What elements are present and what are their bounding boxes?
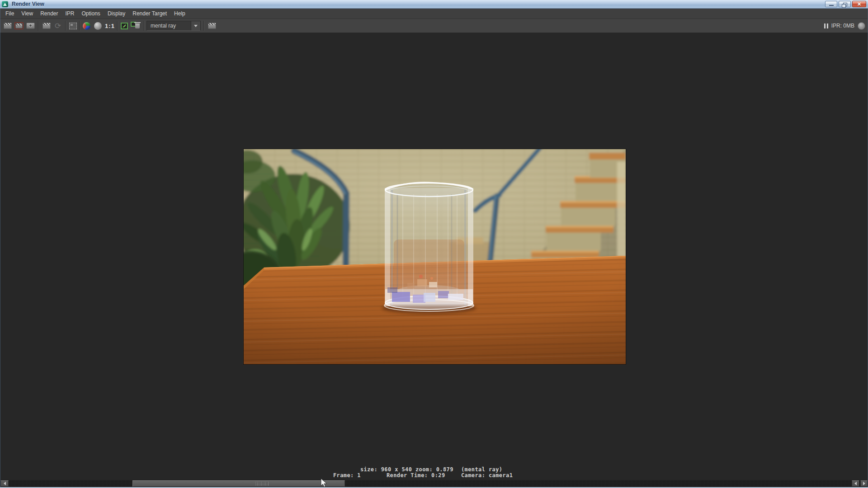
- one-to-one-label: 1:1: [105, 23, 115, 29]
- display-rgb-channels-button[interactable]: [81, 21, 91, 31]
- toolbar-separator: [203, 21, 204, 31]
- menu-options[interactable]: Options: [78, 9, 104, 19]
- minimize-icon: [829, 5, 834, 6]
- trash-icon: [135, 23, 140, 28]
- remove-image-button[interactable]: [130, 21, 142, 31]
- window-controls: ✕: [825, 1, 866, 7]
- arrow-right-icon: [863, 482, 865, 485]
- menu-render-target[interactable]: Render Target: [129, 9, 170, 19]
- menu-display[interactable]: Display: [104, 9, 129, 19]
- render-settings-icon: [208, 23, 216, 29]
- pause-ipr-icon[interactable]: [824, 23, 828, 28]
- scrollbar-grip: [256, 482, 269, 486]
- rgb-sphere-icon: [83, 22, 90, 30]
- maya-app-icon: [2, 1, 8, 7]
- close-button[interactable]: ✕: [852, 1, 866, 7]
- snapshot-button[interactable]: [25, 21, 35, 31]
- arrow-left-icon: [854, 482, 857, 485]
- titlebar: Render View ✕: [0, 0, 868, 9]
- region-render-button[interactable]: [68, 21, 78, 31]
- menu-ipr[interactable]: IPR: [62, 9, 78, 19]
- camera-icon: [26, 23, 35, 29]
- redo-previous-render-button[interactable]: [14, 21, 24, 31]
- render-clapper-icon: [4, 23, 12, 29]
- scrollbar-thumb[interactable]: [132, 480, 345, 487]
- horizontal-scrollbar: [0, 480, 868, 487]
- menu-file[interactable]: File: [2, 9, 18, 19]
- render-view-window: Render View ✕ File View Render IPR Optio…: [0, 0, 868, 488]
- remove-image-icon: [131, 22, 142, 30]
- menu-view[interactable]: View: [18, 9, 37, 19]
- menu-render[interactable]: Render: [37, 9, 61, 19]
- status-frame: Frame: 1: [333, 472, 361, 479]
- ipr-status-group: IPR: 0MB: [824, 21, 865, 31]
- ipr-indicator-icon: [858, 22, 865, 30]
- close-icon: ✕: [853, 1, 866, 7]
- menu-bar: File View Render IPR Options Display Ren…: [0, 9, 868, 19]
- restore-button[interactable]: [839, 1, 851, 7]
- restore-icon: [843, 3, 847, 6]
- keep-image-button[interactable]: [119, 21, 129, 31]
- toolbar: ⟳ 1:1 mental ray IPR: 0MB: [0, 19, 868, 33]
- minimize-button[interactable]: [825, 1, 837, 7]
- alpha-sphere-icon: [94, 22, 102, 30]
- window-title: Render View: [12, 0, 44, 8]
- scroll-left-button[interactable]: [0, 480, 9, 487]
- redo-render-icon: [14, 22, 24, 29]
- render-viewport: [0, 33, 868, 480]
- toolbar-separator: [117, 21, 118, 31]
- arrow-left-icon: [4, 482, 6, 485]
- scrollbar-track[interactable]: [0, 480, 868, 487]
- zoom-one-to-one-button[interactable]: 1:1: [104, 21, 116, 31]
- ipr-memory-label: IPR: 0MB: [831, 23, 854, 29]
- render-settings-button[interactable]: [206, 21, 218, 31]
- scroll-right-button[interactable]: [860, 480, 868, 487]
- ipr-clapper-icon: [42, 23, 51, 29]
- toolbar-separator: [79, 21, 80, 31]
- ipr-render-button[interactable]: [42, 21, 52, 31]
- toolbar-separator: [38, 21, 38, 31]
- status-renderer: (mental ray): [461, 466, 503, 473]
- display-alpha-channel-button[interactable]: [93, 21, 103, 31]
- toolbar-separator: [65, 21, 66, 31]
- status-render-time: Render Time: 0:29: [387, 472, 445, 479]
- refresh-ipr-button[interactable]: ⟳: [53, 21, 63, 31]
- chevron-down-icon[interactable]: [191, 21, 200, 30]
- status-camera: Camera: camera1: [461, 472, 513, 479]
- scroll-left-button-right-pair[interactable]: [852, 480, 859, 487]
- status-size-zoom: size: 960 x 540 zoom: 0.879: [360, 466, 453, 473]
- refresh-icon: ⟳: [55, 21, 61, 30]
- renderer-dropdown-value: mental ray: [147, 23, 191, 29]
- keep-image-icon: [121, 23, 128, 29]
- menu-help[interactable]: Help: [170, 9, 189, 19]
- toolbar-separator: [144, 21, 144, 31]
- render-current-frame-button[interactable]: [3, 21, 13, 31]
- rendered-image: [243, 149, 626, 365]
- glass-tumbler: [382, 183, 476, 314]
- region-marquee-icon: [69, 23, 77, 29]
- renderer-dropdown[interactable]: mental ray: [146, 21, 201, 31]
- window-border-left: [0, 9, 0, 487]
